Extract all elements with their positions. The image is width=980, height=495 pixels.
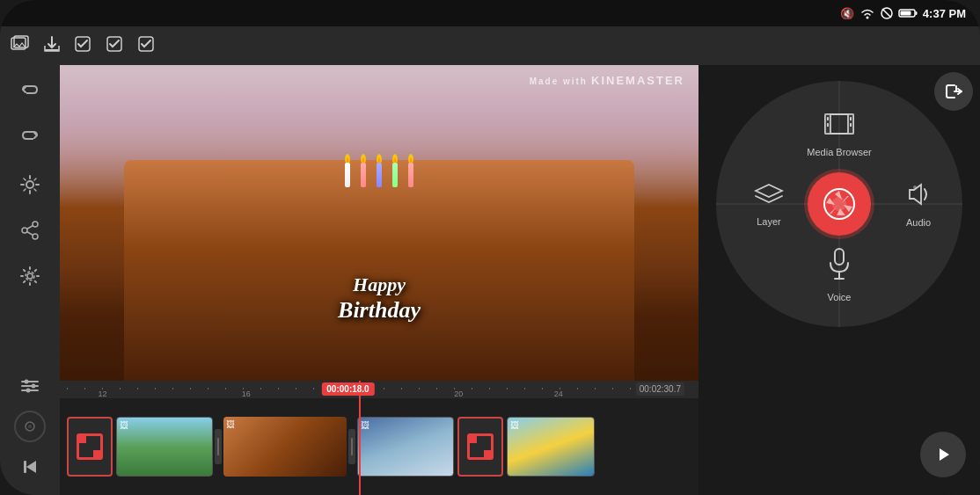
svg-rect-5 [900,11,911,16]
clip-overlay-red2[interactable] [457,417,503,477]
status-bar: 🔇 4:37 PM [0,0,980,26]
clip-family[interactable]: 🖼 [357,417,454,477]
radial-menu: Media Browser Layer [716,81,962,327]
candle-2 [361,154,366,187]
microphone-icon [826,247,852,288]
svg-point-19 [27,273,33,279]
center-area: Made with KINEMASTER Happy Birthday [60,65,698,495]
timeline-tracks[interactable]: 🖼 🖼 🖼 [60,398,698,495]
settings-button[interactable] [9,255,51,297]
battery-icon [898,8,918,18]
audio-button[interactable]: Audio [892,178,945,230]
watermark-brand: KINEMASTER [591,74,684,87]
body-5 [408,163,413,187]
media-browser-button[interactable]: Media Browser [795,98,883,169]
candle-4 [392,154,398,187]
clip-red-corner-tl [77,434,86,443]
clip-birthday-active[interactable]: 🖼 [223,417,347,477]
timeline-area: 12 16 20 24 00:00:18.0 00:02:30.7 [60,381,698,495]
birthday-line2: Birthday [338,296,421,324]
svg-rect-36 [850,123,852,127]
share-button[interactable] [9,209,51,251]
status-icons: 🔇 4:37 PM [840,7,966,20]
layer-adjust-button[interactable] [9,365,51,407]
checkbox2-icon[interactable] [106,35,123,57]
clip-overlay-red[interactable] [67,417,113,477]
status-time: 4:37 PM [923,7,966,20]
layer-button[interactable]: Layer [734,178,804,230]
svg-rect-33 [827,117,829,120]
svg-point-39 [913,186,917,189]
svg-rect-34 [827,123,829,127]
body-3 [377,163,382,187]
ruler-mark-16: 16 [242,389,251,398]
go-to-start-button[interactable] [9,446,51,488]
svg-point-25 [32,384,36,389]
svg-text:🔇: 🔇 [840,7,854,19]
cake-base [124,160,635,381]
photo-icon-beach: 🖼 [510,420,519,430]
ruler-container: 12 16 20 24 00:00:18.0 00:02:30.7 [67,381,691,398]
birthday-line1: Happy [338,273,421,296]
watermark-pre: Made with [530,76,588,86]
voice-button[interactable]: Voice [804,239,874,309]
audio-label: Audio [906,217,931,228]
flame-3 [377,154,382,163]
candle-5 [408,154,413,187]
camera-side-button[interactable] [14,411,46,442]
svg-rect-6 [915,11,917,15]
checkbox3-icon[interactable] [137,35,155,57]
body-4 [392,163,398,187]
svg-point-16 [33,234,38,239]
svg-point-26 [26,389,31,393]
top-toolbar [0,26,980,65]
wifi-icon [859,7,875,19]
audio-icon [905,181,932,214]
body-1 [345,163,350,187]
clip-red-corner2-br [484,450,493,459]
svg-point-44 [832,197,846,211]
ruler-mark-20: 20 [454,389,463,398]
candles [345,154,413,187]
birthday-text-container: Happy Birthday [338,273,421,324]
separator-2 [348,429,355,464]
undo-button[interactable] [9,72,51,114]
svg-point-15 [22,228,27,233]
voice-label: Voice [828,292,852,302]
clip-red-corner2-tl [468,434,477,443]
clip-red-box [77,433,103,460]
record-button[interactable] [808,172,871,236]
left-sidebar [0,65,60,495]
total-time-badge: 00:02:30.7 [636,382,684,396]
flame-4 [392,154,398,163]
current-time-badge: 00:00:18.0 [321,382,374,396]
media-browser-label: Media Browser [807,147,871,157]
svg-rect-29 [24,461,26,473]
mute-icon: 🔇 [840,7,854,19]
svg-point-24 [25,380,29,384]
separator-1 [215,429,222,464]
flame-2 [361,154,366,163]
photo-icon-outdoor: 🖼 [120,420,128,430]
download-icon[interactable] [44,35,60,57]
photo-library-icon[interactable] [11,35,30,57]
flame-5 [408,154,413,163]
playhead-line [359,381,361,495]
watermark: Made with KINEMASTER [530,74,684,87]
effects-button[interactable] [9,164,51,206]
play-button[interactable] [920,432,966,477]
clip-outdoor[interactable]: 🖼 [116,417,213,477]
svg-point-28 [28,425,32,428]
right-panel: Media Browser Layer [698,65,980,495]
clip-beach[interactable]: 🖼 [507,417,595,477]
timeline-ruler: 12 16 20 24 00:00:18.0 00:02:30.7 [60,381,698,398]
body-2 [361,163,366,187]
redo-button[interactable] [9,118,51,160]
play-icon [932,444,954,465]
layer-icon [754,182,784,213]
preview-area[interactable]: Made with KINEMASTER Happy Birthday [60,65,698,381]
checkbox1-icon[interactable] [74,35,91,57]
svg-rect-40 [835,249,844,265]
flame-1 [345,154,350,163]
svg-point-1 [866,17,868,19]
